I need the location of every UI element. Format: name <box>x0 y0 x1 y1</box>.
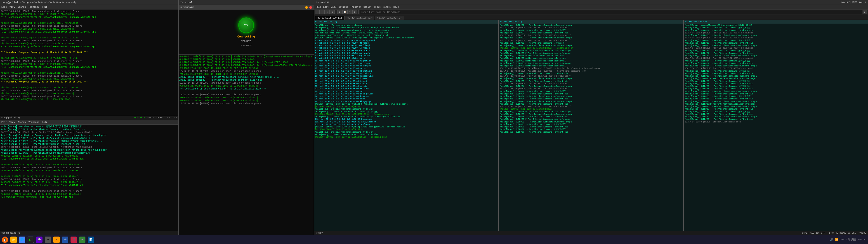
terminal-1-line: #bc1b4 74MiB/1.6GiB(4%) CN:1 SD:0 DL:217… <box>1 86 177 89</box>
middle-terminal-line: #a95985 25.8MiB/1.6GiB(1%) CN:2 SD:1 DL[… <box>180 73 313 76</box>
terminal-2-line: Aria2[Debug]:CUID#23 -- PeerAbstractComm… <box>1 140 177 143</box>
terminal-1-line: *** Download Progress Summary as of Thu … <box>1 81 177 83</box>
panel-2-line: Aria2[Debug]:CUID#23:P PeerInteractComma… <box>500 52 682 55</box>
toolbar-back-btn[interactable]: ← <box>315 10 320 14</box>
vpn-window-title: Terminal <box>179 0 314 5</box>
address-bar-input[interactable] <box>360 10 862 14</box>
menu-edit-1[interactable]: Edit <box>1 6 7 8</box>
menu-script[interactable]: Script <box>364 6 372 8</box>
panel-3-line: 10/17 14:10:13 [DEBUG] Peer 58.21.17.82:… <box>685 47 867 50</box>
middle-terminal-line: #a95985 7.2MiB/1.6GiB(0%) CN:2 SD:1 DL[1… <box>180 55 313 58</box>
menu-terminal-1[interactable]: Terminal <box>29 6 39 8</box>
toolbar-refresh-btn[interactable]: ↺ <box>330 10 335 14</box>
panel-1-header: 62.234.216.190 (1) <box>314 20 498 24</box>
taskbar-app-chat[interactable]: 💬 <box>35 236 43 244</box>
taskbar-app-linux[interactable]: 🐧 <box>1 236 9 244</box>
panel-1-line: 112 root 20 0 0 0 0 S 0.0 0.0 0:00.00 de… <box>315 123 498 126</box>
taskbar-app-browser[interactable]: 🌐 <box>18 236 26 244</box>
menu-options[interactable]: Options <box>339 6 348 8</box>
taskbar-app-chart[interactable]: 📊 <box>87 236 95 244</box>
panel-2-line: [#218904 SECD:0] CN:2 SD:0 DL:1.0MiB(17M… <box>500 47 682 50</box>
vpn-close-btn[interactable] <box>309 6 312 9</box>
toolbar-forward-btn[interactable]: → <box>320 10 324 14</box>
panel-2-line: Aria2[Debug]:CUID#23:P PeerInteractComma… <box>500 50 682 52</box>
menu-transfer[interactable]: Transfer <box>350 6 361 8</box>
panel-2-line: Aria2[Debug]:CUID#25:P PeerInteractComma… <box>500 118 682 121</box>
panel-1-line: 13 root 20 0 0 0 0 S 0.0 0.0 0:00.00 net… <box>315 67 498 70</box>
tab-panel-3[interactable]: 62.234.216.190 (2) <box>375 16 404 20</box>
menu-help-1[interactable]: Help <box>42 6 48 8</box>
menu-help-2[interactable]: Help <box>42 121 48 124</box>
toolbar-connect-btn[interactable]: ⊡ <box>338 10 342 14</box>
terminal-2-line: 10/17 14:09:54 [DEBUG] Peer 58.23.17.82:… <box>1 146 177 149</box>
tab-panel-2[interactable]: 62.234.216.190 (1) <box>345 16 374 20</box>
terminal-1-line: 10/17 14:08:43 [DEBUG] Now unused peer l… <box>1 89 177 92</box>
panel-1-line: 17 root 20 0 0 0 0 S 0.0 0.0 0:00.00 bio… <box>315 78 498 80</box>
menu-edit[interactable]: Edit <box>323 6 329 8</box>
panel-2-line: Aria2[Debug]:CUID#24 -- PeerAbstractComm… <box>500 90 682 93</box>
panel-3-line: Aria2[Debug]:CUID#28 -- PeerAbstractComm… <box>685 98 867 100</box>
middle-terminal-line: 10/17 14:10:20 [DEBUG] Now unused peer l… <box>180 82 313 85</box>
panel-1-line: 23 root 20 0 0 0 0 S 0.0 0.0 0:00.00 eda… <box>315 93 498 95</box>
panel-2-line: 10/17 14:10:33 [DEBUG] Aria2[Debug]:CUID… <box>500 70 682 72</box>
terminal-2-line: Aria2[Debug]:PeerAbstractCommand prepare… <box>1 149 177 152</box>
menu-tools[interactable]: Tools <box>374 6 381 8</box>
toolbar-copy-btn[interactable]: 📋 <box>342 10 347 14</box>
menu-window[interactable]: Window <box>383 6 391 8</box>
menu-view[interactable]: View <box>331 6 336 8</box>
panel-2-line: Aria2[Debug]:CUID#26 -- PeerAbstractComm… <box>500 123 682 126</box>
menu-search-2[interactable]: Search <box>18 121 26 124</box>
taskbar-app-terminal[interactable]: $_ <box>27 236 35 244</box>
terminal-2-body: Aria2[Debug]:PeerAbstractCommand 超时或出现了异… <box>0 125 178 231</box>
middle-terminal-body: #a95985 7.2MiB/1.6GiB(0%) CN:2 SD:1 DL[1… <box>179 55 314 235</box>
menu-help[interactable]: Help <box>393 6 399 8</box>
terminal-1-line: #bc1b4 74MiB/1.6GiB(4%) CN:1 SD:1 DL:777… <box>1 78 177 81</box>
securecrt-panel-3: 62.234.216.190 (2) Aria2[Debug]:======DP… <box>684 20 868 231</box>
terminal-1-line: #bc1b4 74MiB/1.6GiB(4%) CN:1 SD:0 DL:217… <box>1 72 177 74</box>
securecrt-toolbar: ← → ✕ ↺ ⊡ 📋 ⌨ ⚙ ▶ <box>314 9 868 15</box>
terminal-2-line: #c13839 31MiB/1.6GiB(2%) CN:1 SD:1 DL:33… <box>1 155 177 157</box>
vpn-minimize-btn[interactable] <box>305 6 308 9</box>
panel-3-line: Aria2[Debug]:CUID#22 -- PeerAbstractComm… <box>685 29 867 32</box>
toolbar-keyboard-btn[interactable]: ⌨ <box>347 10 352 14</box>
menu-file[interactable]: File <box>315 6 321 8</box>
terminal-1-line: #bc1b4 54MiB/1.6GiB(3%) CN:1 SD:1 DL:135… <box>1 42 177 45</box>
panel-3-line: Aria2[Debug]:CUID#28 -- PeerAbstractComm… <box>685 108 867 111</box>
terminal-1-line <box>1 19 177 22</box>
panel-3-line: Aria2[Debug]:CUID#29 -- PeerAbstractComm… <box>685 118 867 121</box>
panel-1-line: 15 root 20 0 0 0 0 S 0.0 0.0 0:00.00 wri… <box>315 72 498 75</box>
terminal-2-line <box>1 187 177 190</box>
taskbar-app-vm[interactable]: VM <box>61 236 69 244</box>
menu-view-1[interactable]: View <box>9 6 15 8</box>
menu-view-2[interactable]: View <box>9 121 15 124</box>
panel-1-line: Aria2[Debug]:MForeporting state changed <box>315 24 498 27</box>
panel-1-line: Aria2[Debug]:CReceiverHandshakeCommand 对… <box>315 131 498 133</box>
menu-terminal-2[interactable]: Terminal <box>29 121 39 124</box>
panel-3-header: 62.234.216.190 (2) <box>684 20 868 24</box>
panel-1-line: 9 root 20 0 0 0 0 S 0.0 0.0 0:00.00 rcu_… <box>315 57 498 60</box>
securecrt-status-bar: Ready ssh2: AES-256-CTR 1 of 69 Rows, 80… <box>314 231 868 235</box>
taskbar-app-media[interactable]: 🎵 <box>70 236 78 244</box>
tab-panel-1[interactable]: 62.234.216.190 (1) <box>315 16 344 20</box>
taskbar-app-amazon[interactable]: a <box>53 236 61 244</box>
panel-2-line: Aria2[Debug]:CUID#27 -- PeerAbstractComm… <box>500 131 682 133</box>
taskbar-app-files[interactable]: 📁 <box>9 236 18 244</box>
menu-edit-2[interactable]: Edit <box>1 121 7 124</box>
panel-1-line: 7 root 20 0 0 0 0 S 0.0 0.0 0:00.22 migr… <box>315 55 498 57</box>
panel-3-line: Aria2[Debug]:CUID#25 -- PeerAbstractComm… <box>685 72 867 75</box>
middle-terminal-line: 10/17 14:10:20 [DEBUG] Now unused peer l… <box>180 102 313 105</box>
panel-3-line: Aria2[Debug]:CUID#24 -- PeerInitiateConn… <box>685 55 867 57</box>
toolbar-settings-btn[interactable]: ⚙ <box>352 10 357 14</box>
terminal-2-line: Aria2[Debug]:PeerAbstractCommand 超时或出现了异… <box>1 125 177 128</box>
taskbar-app-game[interactable]: 🎮 <box>78 236 86 244</box>
middle-terminal-line: #a95985 5.9MiB/1.6GiB(0%) CN:2 SD:1 DL[3… <box>180 64 313 67</box>
menu-search-1[interactable]: Search <box>18 6 26 8</box>
terminal-1-line: #bc1b4 34MiB/1.6GiB(2%) CN:1 SD:0 DL:168… <box>1 36 177 39</box>
taskbar-bottom: 🐧 📁 🌐 $_ 💬 ⚙ a VM <box>0 235 868 244</box>
panel-1-line: 24 root 20 0 0 0 0 S 0.0 0.0 0:00.00 ksw… <box>315 95 498 98</box>
taskbar-app-settings[interactable]: ⚙ <box>44 236 52 244</box>
toolbar-close-btn[interactable]: ✕ <box>325 10 330 14</box>
toolbar-connect-go-btn[interactable]: ▶ <box>863 10 867 14</box>
terminal-1-line: #bc1b4 64MiB/1.6GiB(4%) CN:1 SD:1 DL:108… <box>1 63 177 66</box>
vpn-connecting-text: Connecting <box>237 35 255 38</box>
